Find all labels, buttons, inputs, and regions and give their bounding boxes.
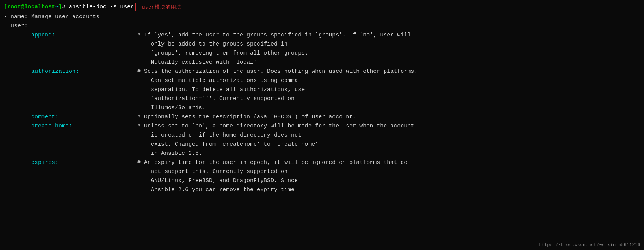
output-line-5: Mutually exclusive with `local'	[4, 58, 640, 67]
output-line-9: `authorization='''. Currently supported …	[4, 94, 640, 104]
prompt-close-bracket: ]	[59, 4, 62, 10]
output-line-0: - name: Manage user accounts	[4, 13, 640, 22]
prompt-open-bracket: [	[4, 4, 7, 10]
output-line-2: append: # If `yes', add the user to the …	[4, 31, 640, 40]
output-line-16: expires: # An expiry time for the user i…	[4, 158, 640, 167]
output-line-8: separation. To delete all authorizations…	[4, 85, 640, 94]
prompt-hash: #	[62, 4, 65, 10]
output-line-6: authorization: # Sets the authorization …	[4, 67, 640, 76]
output-line-10: Illumos/Solaris.	[4, 104, 640, 113]
prompt-user: root	[7, 4, 21, 10]
prompt-line: [ root @ localhost ~ ] # ansible-doc -s …	[4, 3, 640, 11]
output-line-12: create_home: # Unless set to `no', a hom…	[4, 122, 640, 131]
output-line-18: GNU/Linux, FreeBSD, and DragonFlyBSD. Si…	[4, 176, 640, 186]
output-line-19: Ansible 2.6 you can remove the expiry ti…	[4, 186, 640, 195]
output-line-15: in Ansible 2.5.	[4, 149, 640, 158]
output-line-1: user:	[4, 22, 640, 31]
output-line-17: not support this. Currently supported on	[4, 167, 640, 176]
output-line-4: `groups', removing them from all other g…	[4, 49, 640, 58]
output-block: - name: Manage user accounts user: appen…	[4, 13, 640, 195]
annotation-text: user模块的用法	[142, 4, 181, 11]
output-line-14: exist. Changed from `createhome' to `cre…	[4, 140, 640, 149]
prompt-host: localhost	[24, 4, 55, 10]
output-line-7: Can set multiple authorizations using co…	[4, 76, 640, 85]
footer-url: https://blog.csdn.net/weixin_55611216	[539, 242, 640, 248]
output-line-11: comment: # Optionally sets the descripti…	[4, 113, 640, 122]
command-text: ansible-doc -s user	[67, 3, 136, 11]
terminal: [ root @ localhost ~ ] # ansible-doc -s …	[0, 0, 644, 250]
prompt-dir: ~	[55, 4, 59, 10]
output-line-13: is created or if the home directory does…	[4, 131, 640, 140]
output-line-3: only be added to the groups specified in	[4, 40, 640, 49]
prompt-at: @	[21, 4, 24, 10]
